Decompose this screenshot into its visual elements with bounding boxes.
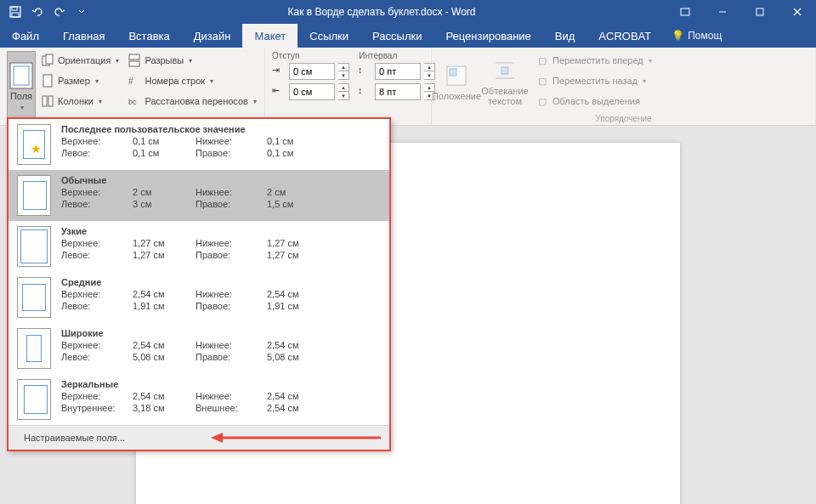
margins-option-title: Средние xyxy=(61,277,381,287)
close-button[interactable] xyxy=(779,0,816,24)
margins-thumb-icon xyxy=(17,226,51,267)
arrow-annotation-icon xyxy=(211,431,381,445)
indent-right-field[interactable]: ⇤▲▼ xyxy=(272,82,349,101)
svg-rect-21 xyxy=(502,67,508,74)
window-controls xyxy=(666,0,816,24)
send-backward-button[interactable]: ▢Переместить назад▾ xyxy=(536,71,655,90)
margins-option-title: Широкие xyxy=(61,328,381,338)
svg-rect-2 xyxy=(12,13,19,17)
lightbulb-icon: 💡 xyxy=(672,30,684,42)
svg-text:#: # xyxy=(128,76,133,86)
custom-margins-button[interactable]: Настраиваемые поля... xyxy=(8,425,389,450)
margins-icon xyxy=(8,62,35,89)
margins-option-title: Узкие xyxy=(61,226,381,236)
undo-button[interactable] xyxy=(27,2,48,22)
svg-rect-20 xyxy=(450,69,456,76)
orientation-button[interactable]: Ориентация▾ xyxy=(41,51,122,70)
margins-option[interactable]: Средние Верхнее:2,54 смНижнее:2,54 см Ле… xyxy=(8,272,389,323)
margins-thumb-icon xyxy=(17,328,51,369)
spacing-after-field[interactable]: ↕▲▼ xyxy=(358,82,435,101)
save-button[interactable] xyxy=(5,2,26,22)
svg-rect-16 xyxy=(129,61,139,66)
spacing-before-field[interactable]: ↕▲▼ xyxy=(358,62,435,81)
margins-button[interactable]: Поля▾ xyxy=(7,51,36,123)
svg-rect-15 xyxy=(129,54,139,59)
selection-pane-icon: ▢ xyxy=(536,94,549,108)
margins-option[interactable]: Зеркальные Верхнее:2,54 смНижнее:2,54 см… xyxy=(8,374,389,425)
svg-rect-13 xyxy=(42,96,47,106)
svg-rect-1 xyxy=(12,7,17,10)
tab-file[interactable]: Файл xyxy=(0,24,51,48)
maximize-button[interactable] xyxy=(741,0,779,24)
tab-acrobat[interactable]: ACROBAT xyxy=(586,24,663,48)
columns-button[interactable]: Колонки▾ xyxy=(41,92,122,110)
group-paragraph: Отступ Интервал ⇥▲▼ ⇤▲▼ ↕▲▼ ↕▲▼ xyxy=(265,48,432,125)
tab-references[interactable]: Ссылки xyxy=(298,24,360,48)
position-button[interactable]: Положение xyxy=(439,51,474,112)
indent-label: Отступ xyxy=(272,51,299,60)
svg-rect-5 xyxy=(756,8,763,15)
margins-thumb-icon: ★ xyxy=(17,124,51,165)
margins-option[interactable]: Узкие Верхнее:1,27 смНижнее:1,27 см Лево… xyxy=(8,221,389,272)
indent-left-icon: ⇥ xyxy=(272,65,286,78)
tab-review[interactable]: Рецензирование xyxy=(434,24,542,48)
orientation-icon xyxy=(41,54,54,67)
margins-option[interactable]: ★ Последнее пользовательское значение Ве… xyxy=(8,119,389,170)
margins-option-title: Зеркальные xyxy=(61,379,381,389)
position-icon xyxy=(443,62,470,89)
svg-marker-25 xyxy=(211,433,223,443)
title-bar: Как в Ворде сделать буклет.docx - Word xyxy=(0,0,816,24)
size-icon xyxy=(41,74,54,88)
tab-view[interactable]: Вид xyxy=(543,24,587,48)
bring-forward-icon: ▢ xyxy=(536,54,549,67)
window-title: Как в Ворде сделать буклет.docx - Word xyxy=(97,6,666,18)
breaks-icon xyxy=(128,54,141,67)
qat-customize-button[interactable] xyxy=(71,2,92,22)
wrap-icon xyxy=(491,57,518,84)
svg-rect-12 xyxy=(43,75,52,87)
svg-rect-14 xyxy=(48,96,53,106)
bring-forward-button[interactable]: ▢Переместить вперед▾ xyxy=(536,51,655,70)
svg-rect-11 xyxy=(46,54,53,64)
line-numbers-icon: # xyxy=(128,74,141,88)
minimize-button[interactable] xyxy=(704,0,741,24)
size-button[interactable]: Размер▾ xyxy=(41,71,122,90)
tab-insert[interactable]: Вставка xyxy=(116,24,181,48)
quick-access-toolbar xyxy=(0,2,97,22)
breaks-button[interactable]: Разрывы▾ xyxy=(128,51,259,70)
svg-text:bc: bc xyxy=(128,98,137,106)
tab-mailings[interactable]: Рассылки xyxy=(360,24,434,48)
spacing-after-icon: ↕ xyxy=(358,85,371,99)
line-numbers-button[interactable]: #Номера строк▾ xyxy=(128,71,259,90)
ribbon: Поля▾ Ориентация▾ Размер▾ Колонки▾ Разры… xyxy=(0,48,816,126)
hyphenation-button[interactable]: bcРасстановка переносов▾ xyxy=(128,92,259,110)
group-arrange: Положение Обтекание текстом ▢Переместить… xyxy=(432,48,816,125)
indent-right-icon: ⇤ xyxy=(272,85,286,99)
ribbon-options-button[interactable] xyxy=(666,0,704,24)
margins-thumb-icon xyxy=(17,379,51,420)
margins-option-title: Обычные xyxy=(61,175,381,185)
tab-design[interactable]: Дизайн xyxy=(182,24,243,48)
send-backward-icon: ▢ xyxy=(536,74,549,88)
margins-option[interactable]: Обычные Верхнее:2 смНижнее:2 см Левое:3 … xyxy=(8,170,389,221)
margins-option-title: Последнее пользовательское значение xyxy=(61,124,381,134)
indent-left-field[interactable]: ⇥▲▼ xyxy=(272,62,349,81)
group-page-setup: Поля▾ Ориентация▾ Размер▾ Колонки▾ Разры… xyxy=(0,48,265,125)
tab-home[interactable]: Главная xyxy=(51,24,116,48)
tab-layout[interactable]: Макет xyxy=(242,24,298,48)
margins-thumb-icon xyxy=(17,175,51,216)
spacing-before-icon: ↕ xyxy=(358,65,371,78)
columns-icon xyxy=(41,94,54,108)
wrap-text-button[interactable]: Обтекание текстом xyxy=(479,51,530,112)
tell-me-search[interactable]: 💡 Помощ xyxy=(663,24,730,48)
hyphenation-icon: bc xyxy=(128,94,141,108)
redo-button[interactable] xyxy=(49,2,70,22)
margins-thumb-icon xyxy=(17,277,51,318)
spacing-label: Интервал xyxy=(359,51,397,60)
margins-option[interactable]: Широкие Верхнее:2,54 смНижнее:2,54 см Ле… xyxy=(8,323,389,374)
selection-pane-button[interactable]: ▢Область выделения xyxy=(536,92,655,110)
ribbon-tabs: Файл Главная Вставка Дизайн Макет Ссылки… xyxy=(0,24,816,48)
margins-dropdown: ★ Последнее пользовательское значение Ве… xyxy=(7,117,391,451)
arrange-group-label: Упорядочение xyxy=(439,112,808,123)
svg-rect-3 xyxy=(681,8,689,15)
